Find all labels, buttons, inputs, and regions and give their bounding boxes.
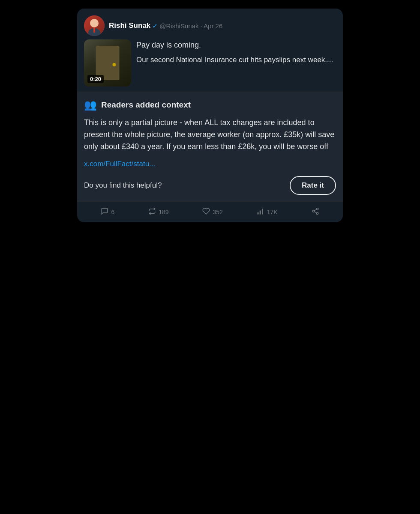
svg-rect-3: [93, 27, 95, 33]
avatar: [84, 15, 105, 36]
svg-point-1: [90, 19, 99, 27]
reply-icon: [101, 207, 108, 217]
community-notes: 👥 Readers added context This is only a p…: [77, 92, 343, 202]
like-icon: [202, 207, 210, 217]
share-action[interactable]: [312, 207, 319, 217]
svg-rect-5: [259, 210, 261, 214]
action-bar: 6 189 352: [77, 202, 343, 222]
views-icon: [257, 207, 264, 217]
like-count: 352: [213, 209, 222, 215]
notes-header: 👥 Readers added context: [84, 99, 336, 111]
video-duration: 0:20: [87, 75, 104, 83]
views-count: 17K: [267, 209, 278, 215]
views-action[interactable]: 17K: [257, 207, 278, 217]
tweet-main-line: Pay day is coming.: [136, 39, 336, 51]
like-action[interactable]: 352: [202, 207, 222, 217]
tweet-card: Rishi Sunak ✓ @RishiSunak · Apr 26 0:20 …: [77, 9, 343, 222]
reply-action[interactable]: 6: [101, 207, 114, 217]
community-notes-icon: 👥: [84, 99, 97, 111]
retweet-count: 189: [159, 209, 168, 215]
rate-button[interactable]: Rate it: [290, 176, 336, 195]
retweet-icon: [148, 207, 156, 217]
tweet-header: Rishi Sunak ✓ @RishiSunak · Apr 26: [77, 9, 343, 39]
video-thumbnail[interactable]: 0:20: [84, 39, 131, 87]
retweet-action[interactable]: 189: [148, 207, 168, 217]
svg-point-7: [316, 208, 318, 210]
reply-count: 6: [111, 209, 114, 215]
notes-footer: Do you find this helpful? Rate it: [84, 176, 336, 195]
notes-title: Readers added context: [101, 100, 191, 110]
tweet-body: 0:20 Pay day is coming. Our second Natio…: [77, 39, 343, 92]
user-info: Rishi Sunak ✓ @RishiSunak · Apr 26: [109, 21, 222, 30]
share-icon: [312, 207, 319, 217]
svg-line-11: [314, 209, 316, 211]
svg-rect-6: [262, 209, 263, 215]
helpful-text: Do you find this helpful?: [84, 181, 162, 190]
user-name: Rishi Sunak: [109, 21, 150, 30]
svg-point-8: [312, 210, 315, 212]
verified-icon: ✓: [152, 22, 158, 30]
svg-point-9: [316, 212, 318, 215]
user-name-row: Rishi Sunak ✓ @RishiSunak · Apr 26: [109, 21, 222, 30]
user-handle-date: @RishiSunak · Apr 26: [159, 22, 222, 30]
svg-rect-4: [257, 212, 258, 215]
svg-line-10: [314, 212, 316, 213]
notes-body: This is only a partial picture - when AL…: [84, 117, 336, 153]
tweet-text: Pay day is coming. Our second National I…: [136, 39, 336, 87]
avatar-image: [84, 15, 105, 36]
tweet-body-text: Our second National Insurance cut hits p…: [136, 56, 333, 64]
notes-link[interactable]: x.com/FullFact/statu...: [84, 160, 336, 168]
